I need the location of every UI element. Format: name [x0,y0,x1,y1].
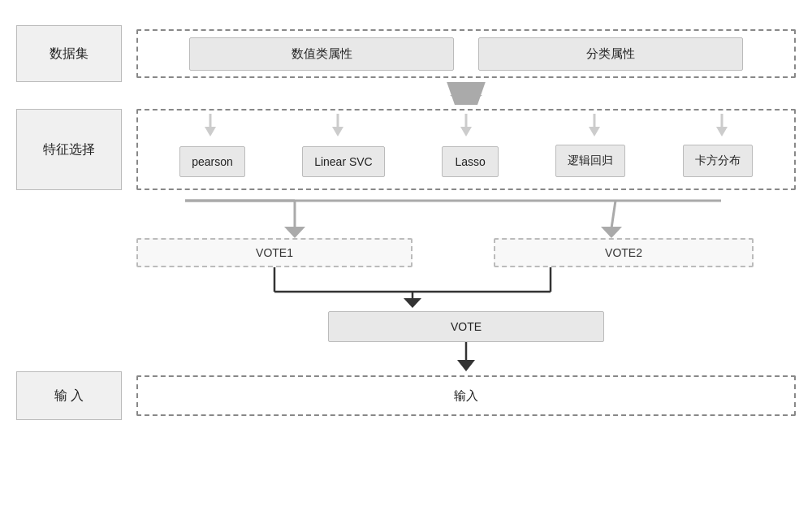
arrow-dataset-to-feature [136,82,796,105]
feature-dashed-box: pearson Linear SVC Lasso 逻辑回归 卡方分布 [136,109,796,190]
feature-label: 特征选择 [16,109,122,190]
feature-right: pearson Linear SVC Lasso 逻辑回归 卡方分布 [136,105,796,194]
arrow-pearson [201,114,219,136]
arrow-linearsvc [329,114,347,136]
method-lasso: Lasso [442,146,499,177]
arrow-chisquare [713,114,731,136]
arrow-lasso [457,114,475,136]
dataset-label: 数据集 [16,25,122,82]
vote-merge-arrows [136,267,770,308]
vote-box: VOTE [328,311,604,342]
input-label: 输 入 [16,371,122,420]
dataset-right: 数值类属性 分类属性 [136,25,796,82]
input-right: 输入 [136,371,796,420]
feature-row: 特征选择 [16,105,796,194]
svg-marker-10 [589,127,600,136]
diagram: 数据集 数值类属性 分类属性 特征选择 [16,14,796,493]
method-chisquare: 卡方分布 [683,145,753,177]
vote-center-row: VOTE [136,311,796,342]
svg-marker-6 [332,127,343,136]
svg-marker-4 [205,127,216,136]
svg-marker-29 [457,360,475,371]
input-text: 输入 [454,388,478,404]
svg-marker-27 [404,298,421,308]
svg-marker-12 [716,127,728,136]
vote-arrows-svg [136,194,770,243]
method-pearson: pearson [179,146,245,177]
categorical-box: 分类属性 [478,37,743,71]
numeric-box: 数值类属性 [189,37,454,71]
arrow-logistic [585,114,603,136]
svg-marker-8 [460,127,472,136]
input-row: 输 入 输入 [16,371,796,420]
svg-marker-20 [601,227,622,238]
method-linearsvc: Linear SVC [302,146,385,177]
vote2-box: VOTE2 [494,238,754,267]
input-dashed-box: 输入 [136,375,796,416]
method-arrows [138,114,794,136]
vote-section: VOTE1 VOTE2 VOTE [136,194,796,371]
dataset-dashed-box: 数值类属性 分类属性 [136,29,796,78]
vote1-box: VOTE1 [136,238,412,267]
svg-marker-17 [284,227,305,238]
method-logistic: 逻辑回归 [555,145,625,177]
dataset-row: 数据集 数值类属性 分类属性 [16,25,796,82]
svg-marker-2 [450,95,482,105]
vote-to-input-arrow [136,342,796,371]
svg-line-19 [611,201,615,228]
